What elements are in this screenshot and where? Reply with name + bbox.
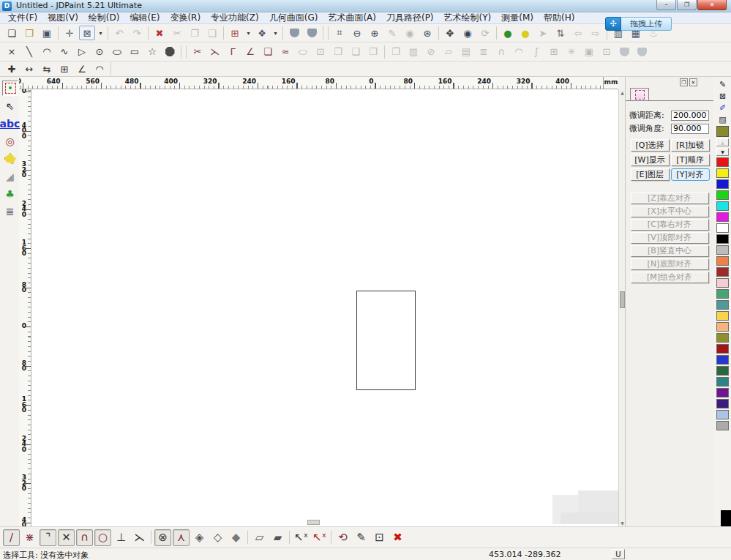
color-swatch[interactable]	[716, 377, 729, 387]
snap-node-icon[interactable]: ⋏	[173, 529, 190, 546]
coord-pick-icon[interactable]: ✚	[4, 61, 20, 76]
color-swatch[interactable]	[716, 267, 729, 277]
align-button[interactable]: [V]顶部对齐	[631, 232, 709, 244]
panel-button[interactable]: [T]顺序	[671, 154, 710, 166]
menu-item[interactable]: 帮助(H)	[539, 12, 580, 23]
menu-item[interactable]: 变换(R)	[165, 12, 206, 23]
copy-icon[interactable]: ❐	[187, 26, 203, 40]
carve-knife-tool[interactable]: ◢	[2, 168, 18, 184]
rect-tool-icon[interactable]: ▭	[127, 45, 143, 59]
panel-close-button[interactable]: ✕	[689, 78, 697, 86]
pan-view-icon[interactable]: ✥	[442, 26, 458, 40]
view-3d-dropdown[interactable]: ▾	[271, 26, 280, 40]
drawing-canvas[interactable]	[31, 89, 618, 526]
panel-tab-select[interactable]	[630, 88, 649, 101]
trim-tool-icon[interactable]: ✂	[190, 45, 206, 59]
align-button[interactable]: [C]靠右对齐	[631, 219, 709, 231]
panel-button[interactable]: [Y]对齐	[671, 168, 710, 181]
dup-offset-icon[interactable]: ❐	[330, 45, 346, 59]
color-swatch[interactable]	[716, 300, 729, 310]
plane-c-icon[interactable]: ◆	[228, 529, 244, 546]
color-swatch[interactable]	[716, 212, 729, 222]
plane-a-icon[interactable]: ◈	[191, 529, 208, 546]
page-next-icon[interactable]: ⇨	[588, 26, 604, 40]
measure-step-icon[interactable]: ⇆	[39, 61, 55, 76]
menu-item[interactable]: 编辑(E)	[124, 12, 165, 23]
unit-flag[interactable]: U	[612, 549, 625, 559]
undo-icon[interactable]: ↶	[111, 26, 127, 40]
save-icon[interactable]: ▣	[39, 26, 55, 40]
zoom-all-icon[interactable]: ⊛	[419, 26, 435, 40]
snap-branch-icon[interactable]: ⋋	[131, 529, 148, 546]
mesh-icon[interactable]: ⊞	[546, 45, 562, 59]
color-swatch[interactable]	[716, 223, 729, 233]
drag-upload-button[interactable]: ✣ 拖拽上传	[605, 17, 672, 31]
color-swatch[interactable]	[716, 234, 729, 244]
align-button[interactable]: [X]水平中心	[631, 206, 709, 217]
light-pick-icon[interactable]: ➤	[535, 26, 551, 40]
group-icon[interactable]: ❐	[388, 45, 404, 59]
color-scroll-up-icon[interactable]: ▲	[716, 138, 729, 146]
mill-a-icon[interactable]: ▱	[251, 529, 268, 546]
nudge-distance-input[interactable]	[671, 111, 709, 121]
skew-box-icon[interactable]: ▱	[441, 45, 457, 59]
dup-mirror-icon[interactable]: ❒	[365, 45, 381, 59]
light-green-icon[interactable]: ●	[500, 26, 516, 40]
line-tool-icon[interactable]: ╲	[21, 45, 37, 59]
ellipse-tool-icon[interactable]: ○	[109, 47, 125, 56]
maximize-button[interactable]: ❐	[677, 0, 697, 10]
color-scroll-down-icon[interactable]: ▼	[716, 148, 729, 156]
color-swatch[interactable]	[716, 410, 729, 419]
color-swatch[interactable]	[716, 168, 729, 178]
color-swatch[interactable]	[716, 190, 729, 200]
minimize-button[interactable]: –	[656, 0, 676, 10]
view-extent-dropdown[interactable]: ▾	[244, 26, 252, 40]
pick-remove-icon[interactable]: ↖ˣ	[311, 529, 328, 546]
color-swatch[interactable]	[716, 355, 729, 365]
menu-item[interactable]: 视图(V)	[42, 12, 83, 23]
menu-item[interactable]: 绘制(D)	[83, 12, 125, 23]
text-tool[interactable]: abc	[2, 116, 18, 131]
color-swatch[interactable]	[716, 278, 729, 288]
mill-b-icon[interactable]: ▰	[269, 529, 286, 546]
color-swatch[interactable]	[716, 289, 729, 299]
distribute-icon[interactable]: ≣	[476, 45, 492, 59]
spline-tool-icon[interactable]: ∿	[56, 45, 72, 59]
panel-button[interactable]: [Q]选择	[631, 139, 670, 152]
offset-rect-icon[interactable]: ❏	[260, 45, 276, 59]
measure-angle-icon[interactable]: ∠	[74, 61, 90, 76]
align-button[interactable]: [N]底部对齐	[631, 258, 709, 270]
zoom-window-icon[interactable]: ⌗	[331, 26, 348, 40]
color-swatch[interactable]	[716, 344, 729, 354]
color-swatch[interactable]	[716, 333, 729, 343]
array-circle-icon[interactable]: ⊘	[423, 45, 439, 59]
color-swatch[interactable]	[716, 201, 729, 211]
light-yellow-icon[interactable]: ●	[517, 26, 533, 40]
nudge-angle-input[interactable]	[671, 124, 709, 134]
nudge-rotate-icon[interactable]: ⟲	[334, 529, 351, 546]
delete-icon[interactable]: ✖	[151, 26, 168, 40]
select-mode-dropdown[interactable]: ▾	[97, 26, 105, 40]
shade-front2-icon[interactable]	[616, 45, 632, 59]
menu-item[interactable]: 刀具路径(P)	[381, 12, 439, 23]
vertical-scroll-thumb[interactable]	[620, 291, 625, 308]
redo-icon[interactable]: ↷	[129, 26, 145, 40]
circle-tool-icon[interactable]: ⊙	[91, 45, 108, 59]
zoom-prev-icon[interactable]: ✎	[384, 26, 400, 40]
flatten-ellipse-icon[interactable]: ○	[295, 47, 311, 56]
menu-item[interactable]: 艺术曲面(A)	[323, 12, 381, 23]
star-tool-icon[interactable]: ☆	[144, 45, 160, 59]
snap-burst-icon[interactable]: ⋇	[21, 529, 38, 546]
select-tool[interactable]	[2, 81, 18, 96]
snap-corner-icon[interactable]: ⌝	[40, 529, 56, 546]
cancel-op-icon[interactable]: ✖	[389, 529, 406, 546]
measure-distance-icon[interactable]: ↔	[21, 61, 37, 76]
relief-tool[interactable]: ♣	[2, 186, 18, 201]
zoom-out-icon[interactable]: ⊖	[349, 26, 365, 40]
color-swatch[interactable]	[716, 366, 729, 376]
snap-cross-icon[interactable]: ✕	[58, 529, 75, 546]
page-prev-icon[interactable]: ⇦	[570, 26, 586, 40]
art-lamp-tool[interactable]	[2, 151, 18, 166]
new-file-icon[interactable]: ❏	[4, 26, 20, 40]
cut-icon[interactable]: ✂	[169, 26, 185, 40]
